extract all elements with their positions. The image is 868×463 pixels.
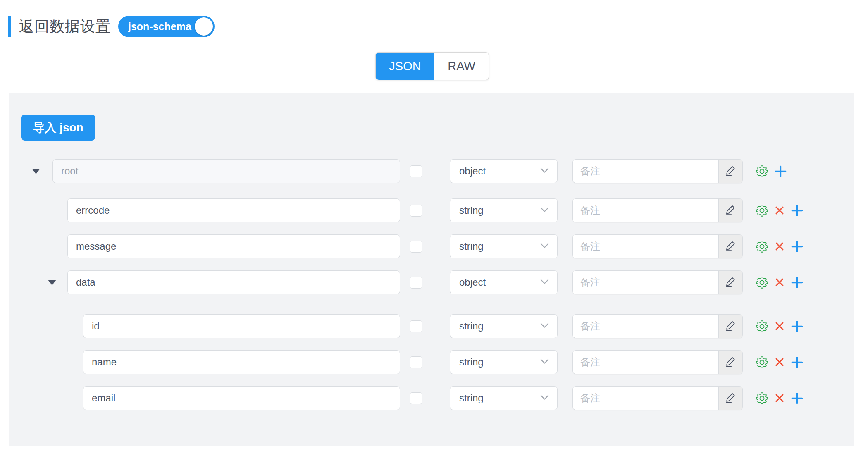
remark-field-group: [572, 350, 743, 374]
field-settings-icon[interactable]: [756, 356, 768, 368]
edit-remark-button[interactable]: [718, 315, 742, 338]
edit-remark-button[interactable]: [718, 160, 742, 183]
tab-json[interactable]: JSON: [376, 53, 434, 80]
edit-pencil-icon: [725, 204, 736, 217]
toggle-knob: [195, 17, 213, 36]
edit-remark-button[interactable]: [718, 271, 742, 294]
remark-input[interactable]: [573, 160, 718, 183]
required-checkbox[interactable]: [410, 356, 422, 368]
json-schema-toggle[interactable]: json-schema: [118, 16, 215, 37]
add-field-icon[interactable]: [791, 320, 803, 332]
field-name-input: [52, 159, 400, 183]
schema-row: string: [9, 314, 854, 338]
page-title: 返回数据设置: [19, 17, 111, 37]
remark-input[interactable]: [573, 199, 718, 222]
field-settings-icon[interactable]: [756, 205, 768, 217]
required-checkbox[interactable]: [410, 277, 422, 289]
field-settings-icon[interactable]: [756, 320, 768, 332]
field-name-input[interactable]: [67, 234, 400, 258]
type-select[interactable]: object: [450, 270, 558, 294]
field-name-input[interactable]: [67, 270, 400, 294]
delete-field-icon[interactable]: [775, 321, 785, 331]
header-accent-bar: [8, 16, 11, 37]
delete-field-icon[interactable]: [775, 277, 785, 287]
required-checkbox[interactable]: [410, 165, 422, 177]
edit-remark-button[interactable]: [718, 235, 742, 258]
type-select[interactable]: string: [450, 350, 558, 374]
add-field-icon[interactable]: [791, 277, 803, 289]
row-actions: [756, 270, 803, 294]
import-json-button[interactable]: 导入 json: [21, 115, 95, 141]
required-checkbox[interactable]: [410, 241, 422, 253]
edit-pencil-icon: [725, 165, 736, 177]
type-select[interactable]: string: [450, 386, 558, 410]
row-actions: [756, 234, 803, 258]
field-settings-icon[interactable]: [756, 277, 768, 289]
remark-field-group: [572, 314, 743, 338]
remark-field-group: [572, 234, 743, 258]
edit-remark-button[interactable]: [718, 351, 742, 374]
field-settings-icon[interactable]: [756, 392, 768, 404]
tab-raw[interactable]: RAW: [434, 53, 489, 80]
view-mode-tabs: JSON RAW: [375, 52, 489, 80]
field-name-input[interactable]: [83, 350, 400, 374]
delete-field-icon[interactable]: [775, 357, 785, 367]
collapse-arrow-icon[interactable]: [32, 169, 40, 174]
type-select[interactable]: string: [450, 234, 558, 258]
field-name-input[interactable]: [83, 386, 400, 410]
row-actions: [756, 386, 803, 410]
type-select[interactable]: string: [450, 314, 558, 338]
add-field-icon[interactable]: [791, 205, 803, 217]
edit-pencil-icon: [725, 392, 736, 404]
type-select-value: string: [459, 205, 540, 216]
row-actions: [756, 198, 803, 222]
add-field-icon[interactable]: [791, 241, 803, 253]
type-select-value: string: [459, 356, 540, 368]
chevron-down-icon: [540, 394, 549, 402]
schema-row: string: [9, 198, 854, 222]
type-select[interactable]: string: [450, 198, 558, 222]
type-select-value: string: [459, 392, 540, 404]
edit-remark-button[interactable]: [718, 387, 742, 410]
field-settings-icon[interactable]: [756, 165, 768, 177]
json-schema-toggle-label: json-schema: [128, 21, 191, 33]
remark-input[interactable]: [573, 271, 718, 294]
chevron-down-icon: [540, 243, 549, 250]
schema-row: object: [9, 270, 854, 294]
add-field-icon[interactable]: [791, 356, 803, 368]
remark-input[interactable]: [573, 387, 718, 410]
remark-field-group: [572, 270, 743, 294]
remark-field-group: [572, 386, 743, 410]
required-checkbox[interactable]: [410, 205, 422, 217]
field-settings-icon[interactable]: [756, 241, 768, 253]
chevron-down-icon: [540, 358, 549, 366]
edit-pencil-icon: [725, 356, 736, 368]
add-field-icon[interactable]: [775, 165, 787, 177]
collapse-arrow-icon[interactable]: [48, 280, 56, 285]
remark-input[interactable]: [573, 235, 718, 258]
page-header: 返回数据设置 json-schema: [8, 15, 215, 38]
remark-input[interactable]: [573, 315, 718, 338]
delete-field-icon[interactable]: [775, 241, 785, 251]
edit-remark-button[interactable]: [718, 199, 742, 222]
row-actions: [756, 314, 803, 338]
field-name-input[interactable]: [67, 198, 400, 222]
edit-pencil-icon: [725, 240, 736, 253]
remark-field-group: [572, 198, 743, 222]
remark-input[interactable]: [573, 351, 718, 374]
edit-pencil-icon: [725, 276, 736, 289]
delete-field-icon[interactable]: [775, 393, 785, 403]
add-field-icon[interactable]: [791, 392, 803, 404]
remark-field-group: [572, 159, 743, 183]
chevron-down-icon: [540, 279, 549, 286]
type-select-value: object: [459, 165, 540, 177]
schema-row: string: [9, 350, 854, 374]
required-checkbox[interactable]: [410, 320, 422, 332]
field-name-input[interactable]: [83, 314, 400, 338]
delete-field-icon[interactable]: [775, 205, 785, 215]
row-actions: [756, 350, 803, 374]
required-checkbox[interactable]: [410, 392, 422, 404]
type-select[interactable]: object: [450, 159, 558, 183]
schema-row: string: [9, 234, 854, 258]
type-select-value: object: [459, 277, 540, 288]
